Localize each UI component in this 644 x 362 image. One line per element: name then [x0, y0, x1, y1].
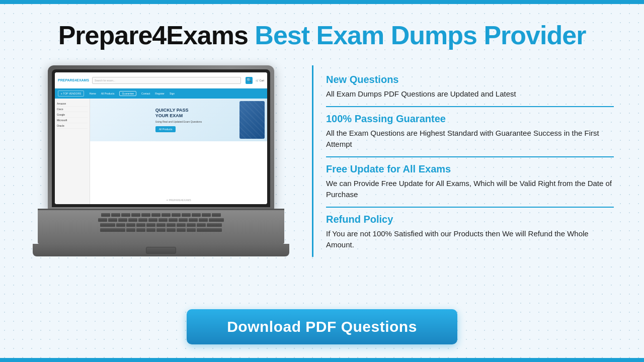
keyboard-row-4: [43, 228, 279, 232]
key: [156, 223, 166, 227]
keyboard-row-2: [43, 218, 279, 222]
laptop-bezel: PREPARE4EXAMS Search for exam... 🔍 🛒 Car…: [52, 69, 270, 207]
sidebar-google: Google: [57, 112, 88, 118]
header: Prepare4Exams Best Exam Dumps Provider: [58, 20, 586, 50]
laptop-screen-outer: PREPARE4EXAMS Search for exam... 🔍 🛒 Car…: [48, 65, 274, 211]
feature-title-3: Free Update for All Exams: [326, 163, 614, 175]
key: [111, 213, 120, 217]
screen-nav-guarantee: Guarantee: [119, 91, 136, 96]
key-space: [100, 228, 125, 232]
feature-desc-2: All the Exam Questions are Highest Stand…: [326, 128, 614, 150]
screen-body: Amazon Cisco Google Microsoft Oracle: [55, 99, 267, 204]
key: [98, 218, 107, 222]
screen-nav-products: All Products: [101, 92, 115, 95]
feature-new-questions: New Questions All Exam Dumps PDF Questio…: [326, 68, 614, 107]
key: [121, 213, 130, 217]
key: [158, 218, 168, 222]
key: [197, 223, 206, 227]
info-section: New Questions All Exam Dumps PDF Questio…: [312, 65, 614, 257]
feature-passing-guarantee: 100% Passing Guarantee All the Exam Ques…: [326, 107, 614, 157]
sidebar-cisco: Cisco: [57, 107, 88, 112]
key: [182, 213, 191, 217]
key: [212, 213, 221, 217]
screen-nav-contact: Contact: [141, 92, 150, 95]
key: [146, 228, 155, 232]
screen-hero-button: All Products: [155, 126, 176, 132]
key: [189, 218, 198, 222]
key: [146, 223, 155, 227]
laptop-screen: PREPARE4EXAMS Search for exam... 🔍 🛒 Car…: [55, 72, 267, 204]
screen-nav-register: Register: [155, 92, 165, 95]
sidebar-microsoft: Microsoft: [57, 118, 88, 123]
key: [172, 213, 181, 217]
key: [162, 213, 171, 217]
sidebar-amazon: Amazon: [57, 101, 88, 107]
key-wide: [209, 218, 224, 222]
main-container: Prepare4Exams Best Exam Dumps Provider P…: [0, 0, 644, 362]
key: [136, 223, 145, 227]
screen-website-header: PREPARE4EXAMS Search for exam... 🔍 🛒 Car…: [55, 72, 267, 88]
screen-search-bar: Search for exam...: [92, 77, 241, 84]
laptop-wrapper: PREPARE4EXAMS Search for exam... 🔍 🛒 Car…: [33, 65, 289, 256]
screen-nav: ≡ TOP VENDORS Home All Products Guarante…: [55, 88, 267, 99]
sidebar-oracle: Oracle: [57, 123, 88, 129]
laptop-bottom: [33, 244, 289, 256]
key: [116, 223, 125, 227]
screen-book-image: [239, 101, 265, 139]
key: [177, 228, 186, 232]
key: [187, 228, 196, 232]
feature-title-4: Refund Policy: [326, 214, 614, 225]
laptop-keyboard: [38, 209, 284, 244]
screen-hero-sub: Using Real and Updated Exam Questions: [155, 120, 202, 123]
screen-hero: QUICKLY PASSYOUR EXAM Using Real and Upd…: [90, 99, 267, 141]
key: [148, 218, 157, 222]
key: [192, 213, 201, 217]
brand-name: Prepare4Exams: [58, 21, 248, 50]
feature-desc-4: If You are not 100% Satisfied with our P…: [326, 228, 614, 251]
touchpad: [146, 247, 176, 254]
content-row: PREPARE4EXAMS Search for exam... 🔍 🛒 Car…: [30, 65, 614, 299]
keyboard-row-1: [43, 213, 279, 217]
key: [128, 218, 137, 222]
feature-desc-3: We can Provide Free Update for All Exams…: [326, 178, 614, 201]
key: [141, 213, 150, 217]
key: [151, 213, 160, 217]
download-button[interactable]: Download PDF Questions: [187, 309, 457, 344]
feature-refund-policy: Refund Policy If You are not 100% Satisf…: [326, 208, 614, 257]
key-space: [197, 228, 222, 232]
key: [169, 218, 178, 222]
feature-title-1: New Questions: [326, 74, 614, 85]
screen-hero-title: QUICKLY PASSYOUR EXAM: [155, 108, 202, 119]
laptop-base: [33, 209, 289, 256]
key: [118, 218, 127, 222]
laptop-section: PREPARE4EXAMS Search for exam... 🔍 🛒 Car…: [30, 65, 292, 256]
feature-free-update: Free Update for All Exams We can Provide…: [326, 157, 614, 208]
page-title: Prepare4Exams Best Exam Dumps Provider: [58, 20, 586, 50]
key-wide: [207, 223, 222, 227]
key: [126, 228, 135, 232]
screen-nav-sign: Sign: [170, 92, 175, 95]
screen-main: QUICKLY PASSYOUR EXAM Using Real and Upd…: [90, 99, 267, 204]
key: [131, 213, 140, 217]
key: [179, 218, 188, 222]
key: [126, 223, 135, 227]
key: [199, 218, 208, 222]
key: [136, 228, 145, 232]
key-wide: [100, 223, 115, 227]
screen-nav-home: Home: [89, 92, 96, 95]
key: [202, 213, 211, 217]
keyboard-rows: [38, 210, 284, 234]
screen-hero-text: QUICKLY PASSYOUR EXAM Using Real and Upd…: [155, 108, 202, 132]
keyboard-row-3: [43, 223, 279, 227]
screen-search-button: 🔍: [246, 77, 253, 84]
screen-search-text: Search for exam...: [95, 79, 115, 82]
key: [187, 223, 196, 227]
key: [101, 213, 110, 217]
key: [138, 218, 147, 222]
screen-logo: PREPARE4EXAMS: [58, 78, 89, 82]
key: [167, 223, 176, 227]
feature-title-2: 100% Passing Guarantee: [326, 113, 614, 125]
screen-watermark: ✦ PREPARE4EXAMS: [166, 199, 191, 202]
key: [167, 228, 176, 232]
key: [108, 218, 117, 222]
